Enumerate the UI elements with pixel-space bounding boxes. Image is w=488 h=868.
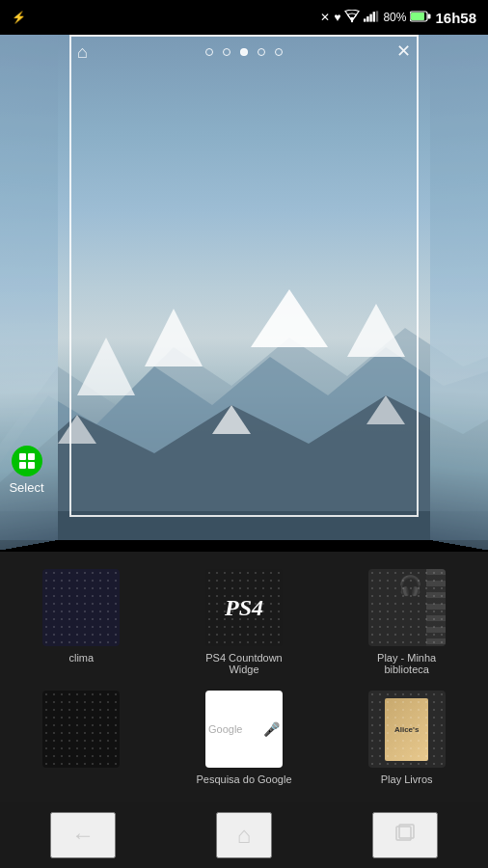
page-indicators [0,48,488,56]
svg-rect-8 [411,13,424,20]
dot-4[interactable] [258,48,265,56]
black-widget[interactable] [0,683,163,793]
play-livros-widget[interactable]: Alice's Play Livros [325,683,488,793]
status-left-icons: ⚡ [12,11,26,24]
wifi-icon [344,10,360,26]
status-time: 16h58 [435,10,476,26]
dot-2[interactable] [223,48,230,56]
recent-apps-button[interactable] [372,812,438,858]
ps4-label: PS4 Countdown Widge [196,652,292,675]
widget-tray: clima PS4 PS4 Countdown Widge 🎧 Play - M… [0,552,488,802]
ps4-inner: PS4 [205,569,283,646]
clima-thumbnail [42,569,120,646]
svg-rect-7 [428,14,431,18]
dot-grid-overlay [42,569,120,646]
clima-label: clima [68,652,94,664]
svg-rect-5 [376,11,378,21]
battery-percent: 80% [383,11,406,24]
signal-icon [364,10,379,26]
mute-icon: ✕ [320,11,330,24]
grid-cell-3 [19,462,26,469]
back-button[interactable]: ← [50,812,116,858]
usb-icon: ⚡ [12,11,26,24]
svg-rect-4 [373,12,375,21]
select-label: Select [9,480,43,495]
play-biblioteca-label: Play - Minha biblioteca [359,652,455,675]
ps4-logo: PS4 [225,595,263,621]
grid-icon-lines [19,453,35,469]
play-livros-label: Play Livros [381,773,433,785]
status-bar: ⚡ ✕ ♥ 80% [0,0,488,35]
heart-icon: ♥ [334,11,340,24]
select-grid-icon [12,446,42,476]
svg-rect-1 [364,18,366,21]
google-placeholder: Google [208,723,242,735]
nav-bar: ← ⌂ [0,802,488,868]
google-search-widget[interactable]: Google 🎤 Pesquisa do Google [163,683,326,793]
google-label: Pesquisa do Google [196,773,291,785]
clima-widget[interactable]: clima [0,561,163,683]
svg-rect-2 [367,16,369,22]
right-homescreen-panel [430,1,488,573]
select-button[interactable]: Select [0,426,53,513]
ps4-countdown-widget[interactable]: PS4 PS4 Countdown Widge [163,561,326,683]
dot-3-active[interactable] [240,48,248,56]
dot-5[interactable] [275,48,283,56]
play-biblioteca-thumbnail: 🎧 [368,569,446,646]
headphone-icon: 🎧 [398,574,422,597]
dot-1[interactable] [205,48,213,56]
center-homescreen-card: ⌂ ✕ [69,35,419,517]
google-search-box: Google 🎤 [205,712,283,746]
svg-rect-3 [370,14,372,21]
film-strip-decoration [426,569,446,646]
battery-icon [410,11,431,25]
play-livros-thumbnail: Alice's [368,691,446,768]
play-biblioteca-widget[interactable]: 🎧 Play - Minha biblioteca [325,561,488,683]
svg-point-0 [351,19,353,21]
black-thumbnail [42,691,120,768]
grid-cell-4 [28,462,35,469]
mic-icon: 🎤 [263,721,280,737]
google-thumbnail: Google 🎤 [205,691,283,768]
grid-cell-2 [28,453,35,460]
book-cover: Alice's [385,698,428,761]
grid-cell-1 [19,453,26,460]
home-button[interactable]: ⌂ [216,812,273,858]
black-dot-overlay [42,691,120,768]
status-right-area: ✕ ♥ 80% [320,10,476,26]
ps4-thumbnail: PS4 [205,569,283,646]
